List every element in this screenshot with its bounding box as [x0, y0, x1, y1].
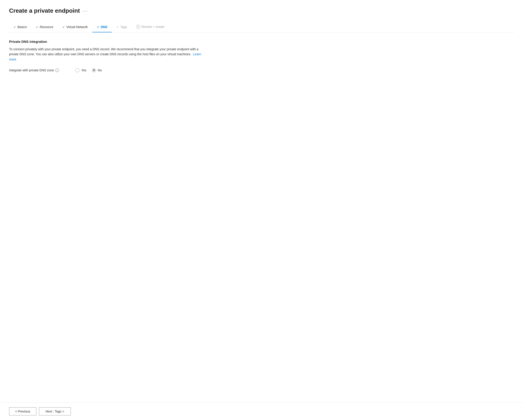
step-number-review: 6: [136, 25, 140, 29]
tab-resource[interactable]: ✓ Resource: [31, 23, 58, 32]
check-icon-tags: ✓: [116, 25, 119, 29]
dns-integration-label: Integrate with private DNS zone i: [9, 68, 68, 72]
tab-resource-label: Resource: [40, 25, 53, 29]
radio-label-no: No: [98, 68, 102, 72]
section-description: To connect privately with your private e…: [9, 47, 204, 62]
tab-review-create-label: Review + create: [141, 25, 165, 29]
radio-option-yes[interactable]: Yes: [75, 68, 87, 72]
tab-tags: ✓ Tags: [112, 23, 131, 32]
radio-label-yes: Yes: [81, 68, 87, 72]
wizard-tabs: ✓ Basics ✓ Resource ✓ Virtual Network ✓ …: [9, 22, 515, 32]
tab-virtual-network-label: Virtual Network: [66, 25, 88, 29]
tab-tags-label: Tags: [120, 25, 127, 29]
radio-circle-yes[interactable]: [75, 68, 79, 72]
tab-basics-label: Basics: [17, 25, 27, 29]
section-title: Private DNS integration: [9, 40, 213, 43]
content-area: Private DNS integration To connect priva…: [9, 40, 213, 394]
tab-dns-label: DNS: [101, 25, 107, 29]
previous-button[interactable]: < Previous: [9, 407, 36, 415]
tab-virtual-network[interactable]: ✓ Virtual Network: [58, 23, 92, 32]
tab-dns[interactable]: ✓ DNS: [92, 23, 112, 32]
page-title: Create a private endpoint: [9, 7, 80, 14]
dns-integration-radio-group: Yes No: [75, 68, 102, 72]
footer: < Previous Next : Tags >: [0, 403, 524, 420]
description-text: To connect privately with your private e…: [9, 47, 199, 56]
check-icon-virtual-network: ✓: [62, 25, 65, 29]
label-text: Integrate with private DNS zone: [9, 68, 54, 72]
info-icon[interactable]: i: [55, 68, 59, 72]
check-icon-dns: ✓: [97, 25, 99, 29]
dns-integration-row: Integrate with private DNS zone i Yes No: [9, 68, 213, 72]
radio-option-no[interactable]: No: [92, 68, 102, 72]
tab-review-create: 6 Review + create: [131, 22, 169, 32]
next-button[interactable]: Next : Tags >: [39, 407, 71, 415]
check-icon-resource: ✓: [36, 25, 38, 29]
ellipsis-menu-button[interactable]: ···: [83, 8, 88, 14]
radio-circle-no[interactable]: [92, 68, 96, 72]
tab-basics[interactable]: ✓ Basics: [9, 23, 31, 32]
check-icon-basics: ✓: [14, 25, 16, 29]
